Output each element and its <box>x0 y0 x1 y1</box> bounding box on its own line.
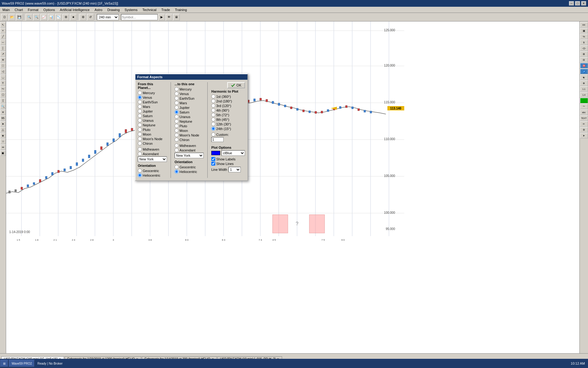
ok-btn-container: OK <box>211 82 245 88</box>
harmonic-custom-radio[interactable]: Custom: <box>211 132 245 136</box>
from-jupiter[interactable]: Jupiter <box>138 109 167 113</box>
plot-options-header: Plot Options <box>211 146 245 149</box>
to-mars[interactable]: Mars <box>175 101 204 105</box>
to-uranus[interactable]: Uranus <box>175 115 204 119</box>
from-venus[interactable]: Venus <box>138 95 167 99</box>
harmonic-2nd[interactable]: 2nd (180°) <box>211 99 245 103</box>
color-dropdown[interactable]: clBlue clRed clGreen <box>221 150 245 156</box>
to-planet-col: ...to this one Mercury Venus Earth/Sun <box>175 82 204 178</box>
to-jupiter[interactable]: Jupiter <box>175 105 204 109</box>
col-divider-2 <box>207 82 208 178</box>
to-pluto[interactable]: Pluto <box>175 124 204 128</box>
to-mercury[interactable]: Mercury <box>175 87 204 91</box>
to-orientation: Orientation Geocentric Heliocentric <box>175 160 204 174</box>
dialog-titlebar: Format Aspects <box>135 74 247 80</box>
from-planet-col: From this Planet... Mercury Venus Earth/… <box>138 82 167 178</box>
to-heliocentric[interactable]: Heliocentric <box>175 170 204 174</box>
to-planet-header: ...to this one <box>175 82 204 86</box>
from-neptune[interactable]: Neptune <box>138 123 167 127</box>
taskbar-time: 10:12 AM <box>568 362 588 365</box>
col-divider-1 <box>171 82 171 178</box>
from-chiron[interactable]: Chiron <box>138 141 167 145</box>
to-midheaven[interactable]: Midheaven <box>175 144 204 148</box>
from-special: Midheaven Ascendant <box>138 147 167 156</box>
from-heliocentric[interactable]: Heliocentric <box>138 173 167 177</box>
color-swatch <box>211 151 220 155</box>
line-width-dropdown[interactable]: 1 2 3 <box>228 167 241 172</box>
from-saturn[interactable]: Saturn <box>138 114 167 118</box>
taskbar-wave59[interactable]: Wave59 PRO2 <box>9 360 35 367</box>
harmonic-12th[interactable]: 12th (30°) <box>211 122 245 126</box>
harmonic-1st[interactable]: 1st (360°) <box>211 94 245 98</box>
from-location-dropdown[interactable]: New York <box>138 156 167 162</box>
show-lines-checkbox[interactable] <box>211 162 215 166</box>
line-width-label: Line Width <box>211 168 227 171</box>
to-geocentric[interactable]: Geocentric <box>175 165 204 169</box>
to-location-dropdown[interactable]: New York <box>175 153 204 158</box>
taskbar: ⊞ Wave59 PRO2 Ready | No Broker 10:12 AM <box>0 359 588 368</box>
from-planet-header: From this Planet... <box>138 82 167 90</box>
harmonic-5th[interactable]: 5th (72°) <box>211 113 245 117</box>
harmonic-col: OK Harmonic to Plot 1st (360°) 2nd (180°… <box>211 82 245 178</box>
to-venus[interactable]: Venus <box>175 92 204 96</box>
dialog-overlay: Format Aspects From this Planet... Mercu… <box>0 0 588 368</box>
to-moon[interactable]: Moon <box>175 128 204 132</box>
to-earthsun[interactable]: Earth/Sun <box>175 96 204 100</box>
to-saturn[interactable]: Saturn <box>175 110 204 114</box>
dialog-title: Format Aspects <box>137 75 163 79</box>
harmonic-4th[interactable]: 4th (90°) <box>211 108 245 112</box>
custom-harmonic-input[interactable] <box>211 137 224 142</box>
show-labels-checkbox[interactable] <box>211 157 215 161</box>
from-midheaven[interactable]: Midheaven <box>138 147 167 151</box>
custom-harmonic: Custom: <box>211 132 245 142</box>
plot-options-section: Plot Options clBlue clRed clGreen Sho <box>211 144 245 172</box>
to-neptune[interactable]: Neptune <box>175 119 204 123</box>
start-button[interactable]: ⊞ <box>0 360 8 367</box>
taskbar-status: Ready | No Broker <box>35 362 65 365</box>
from-uranus[interactable]: Uranus <box>138 118 167 122</box>
from-orientation: Orientation Geocentric Heliocentric <box>138 164 167 177</box>
from-moon[interactable]: Moon <box>138 132 167 136</box>
harmonic-8th[interactable]: 8th (45°) <box>211 117 245 121</box>
format-aspects-dialog: Format Aspects From this Planet... Mercu… <box>135 74 248 181</box>
dialog-body: From this Planet... Mercury Venus Earth/… <box>135 80 247 180</box>
to-chiron[interactable]: Chiron <box>175 138 204 142</box>
to-ascendant[interactable]: Ascendant <box>175 148 204 152</box>
harmonic-header: Harmonic to Plot <box>211 90 245 93</box>
to-special: Midheaven Ascendant <box>175 144 204 152</box>
to-moonsnode[interactable]: Moon's Node <box>175 133 204 137</box>
ok-label: OK <box>236 83 241 87</box>
from-mars[interactable]: Mars <box>138 105 167 109</box>
from-ascendant[interactable]: Ascendant <box>138 152 167 156</box>
harmonic-24th[interactable]: 24th (15°) <box>211 127 245 131</box>
color-row: clBlue clRed clGreen <box>211 150 245 156</box>
from-moonsnode[interactable]: Moon's Node <box>138 137 167 141</box>
line-width-row: Line Width 1 2 3 <box>211 167 245 172</box>
harmonic-3rd[interactable]: 3rd (120°) <box>211 104 245 108</box>
from-pluto[interactable]: Pluto <box>138 128 167 132</box>
from-earthsun[interactable]: Earth/Sun <box>138 100 167 104</box>
from-geocentric[interactable]: Geocentric <box>138 169 167 173</box>
show-labels-row: Show Labels <box>211 157 245 161</box>
ok-button[interactable]: OK <box>227 82 245 88</box>
show-lines-row: Show Lines <box>211 162 245 166</box>
checkmark-icon <box>231 83 235 87</box>
from-mercury[interactable]: Mercury <box>138 91 167 95</box>
